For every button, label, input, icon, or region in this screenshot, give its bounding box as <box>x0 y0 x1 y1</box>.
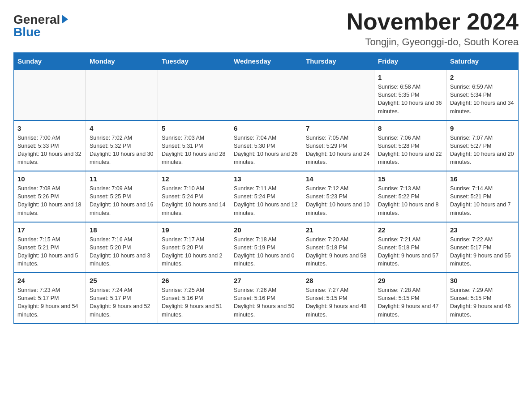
calendar-cell: 10Sunrise: 7:08 AMSunset: 5:26 PMDayligh… <box>14 171 86 222</box>
calendar-week-row: 3Sunrise: 7:00 AMSunset: 5:33 PMDaylight… <box>14 120 519 171</box>
day-info: Sunrise: 7:17 AMSunset: 5:20 PMDaylight:… <box>162 235 226 268</box>
day-number: 10 <box>17 175 82 183</box>
calendar-cell: 28Sunrise: 7:27 AMSunset: 5:15 PMDayligh… <box>302 273 374 324</box>
day-info: Sunrise: 7:03 AMSunset: 5:31 PMDaylight:… <box>162 134 226 167</box>
calendar-cell: 4Sunrise: 7:02 AMSunset: 5:32 PMDaylight… <box>86 120 158 171</box>
day-number: 11 <box>90 175 154 183</box>
location-subtitle: Tongjin, Gyeonggi-do, South Korea <box>347 36 519 48</box>
day-number: 22 <box>378 226 442 234</box>
calendar-cell: 13Sunrise: 7:11 AMSunset: 5:24 PMDayligh… <box>230 171 302 222</box>
header: General Blue November 2024 Tongjin, Gyeo… <box>13 9 519 48</box>
day-number: 3 <box>17 124 82 132</box>
calendar-cell: 26Sunrise: 7:25 AMSunset: 5:16 PMDayligh… <box>158 273 230 324</box>
day-info: Sunrise: 7:26 AMSunset: 5:16 PMDaylight:… <box>234 286 298 319</box>
calendar-cell: 18Sunrise: 7:16 AMSunset: 5:20 PMDayligh… <box>86 222 158 273</box>
day-number: 29 <box>378 277 442 284</box>
day-info: Sunrise: 7:14 AMSunset: 5:21 PMDaylight:… <box>450 184 515 217</box>
weekday-header-wednesday: Wednesday <box>230 53 302 70</box>
day-number: 6 <box>234 124 298 132</box>
day-number: 8 <box>378 124 442 132</box>
calendar-cell: 23Sunrise: 7:22 AMSunset: 5:17 PMDayligh… <box>446 222 519 273</box>
day-number: 25 <box>90 277 154 284</box>
day-number: 24 <box>17 277 82 284</box>
day-info: Sunrise: 7:07 AMSunset: 5:27 PMDaylight:… <box>450 134 515 167</box>
calendar-cell: 27Sunrise: 7:26 AMSunset: 5:16 PMDayligh… <box>230 273 302 324</box>
day-number: 14 <box>306 175 370 183</box>
calendar-week-row: 10Sunrise: 7:08 AMSunset: 5:26 PMDayligh… <box>14 171 519 222</box>
day-number: 15 <box>378 175 442 183</box>
day-info: Sunrise: 7:16 AMSunset: 5:20 PMDaylight:… <box>90 235 154 268</box>
calendar-cell: 21Sunrise: 7:20 AMSunset: 5:18 PMDayligh… <box>302 222 374 273</box>
day-number: 23 <box>450 226 515 234</box>
day-info: Sunrise: 7:11 AMSunset: 5:24 PMDaylight:… <box>234 184 298 217</box>
day-info: Sunrise: 7:29 AMSunset: 5:15 PMDaylight:… <box>450 286 515 319</box>
day-info: Sunrise: 7:10 AMSunset: 5:24 PMDaylight:… <box>162 184 226 217</box>
calendar-cell: 3Sunrise: 7:00 AMSunset: 5:33 PMDaylight… <box>14 120 86 171</box>
day-number: 20 <box>234 226 298 234</box>
calendar-cell: 6Sunrise: 7:04 AMSunset: 5:30 PMDaylight… <box>230 120 302 171</box>
day-number: 9 <box>450 124 515 132</box>
calendar-table: SundayMondayTuesdayWednesdayThursdayFrid… <box>13 52 519 324</box>
weekday-header-monday: Monday <box>86 53 158 70</box>
day-number: 2 <box>450 73 515 81</box>
title-area: November 2024 Tongjin, Gyeonggi-do, Sout… <box>347 9 519 48</box>
day-info: Sunrise: 7:00 AMSunset: 5:33 PMDaylight:… <box>17 134 82 167</box>
day-info: Sunrise: 7:24 AMSunset: 5:17 PMDaylight:… <box>90 286 154 319</box>
logo-blue-text: Blue <box>13 26 41 39</box>
calendar-cell: 12Sunrise: 7:10 AMSunset: 5:24 PMDayligh… <box>158 171 230 222</box>
calendar-week-row: 24Sunrise: 7:23 AMSunset: 5:17 PMDayligh… <box>14 273 519 324</box>
calendar-cell: 9Sunrise: 7:07 AMSunset: 5:27 PMDaylight… <box>446 120 519 171</box>
day-number: 21 <box>306 226 370 234</box>
calendar-cell: 8Sunrise: 7:06 AMSunset: 5:28 PMDaylight… <box>374 120 446 171</box>
day-info: Sunrise: 7:12 AMSunset: 5:23 PMDaylight:… <box>306 184 370 217</box>
day-info: Sunrise: 7:02 AMSunset: 5:32 PMDaylight:… <box>90 134 154 167</box>
calendar-week-row: 1Sunrise: 6:58 AMSunset: 5:35 PMDaylight… <box>14 70 519 120</box>
calendar-cell: 30Sunrise: 7:29 AMSunset: 5:15 PMDayligh… <box>446 273 519 324</box>
calendar-cell: 1Sunrise: 6:58 AMSunset: 5:35 PMDaylight… <box>374 70 446 120</box>
calendar-cell <box>86 70 158 120</box>
weekday-header-thursday: Thursday <box>302 53 374 70</box>
logo-triangle-icon <box>62 15 68 24</box>
day-info: Sunrise: 7:22 AMSunset: 5:17 PMDaylight:… <box>450 235 515 268</box>
logo: General Blue <box>13 13 68 39</box>
calendar-cell <box>14 70 86 120</box>
weekday-header-saturday: Saturday <box>446 53 519 70</box>
calendar-cell <box>302 70 374 120</box>
calendar-cell: 25Sunrise: 7:24 AMSunset: 5:17 PMDayligh… <box>86 273 158 324</box>
day-info: Sunrise: 7:28 AMSunset: 5:15 PMDaylight:… <box>378 286 442 319</box>
calendar-cell: 19Sunrise: 7:17 AMSunset: 5:20 PMDayligh… <box>158 222 230 273</box>
calendar-cell: 16Sunrise: 7:14 AMSunset: 5:21 PMDayligh… <box>446 171 519 222</box>
day-number: 17 <box>17 226 82 234</box>
day-info: Sunrise: 6:58 AMSunset: 5:35 PMDaylight:… <box>378 83 442 116</box>
day-number: 5 <box>162 124 226 132</box>
day-info: Sunrise: 7:09 AMSunset: 5:25 PMDaylight:… <box>90 184 154 217</box>
calendar-cell: 2Sunrise: 6:59 AMSunset: 5:34 PMDaylight… <box>446 70 519 120</box>
calendar-week-row: 17Sunrise: 7:15 AMSunset: 5:21 PMDayligh… <box>14 222 519 273</box>
day-number: 18 <box>90 226 154 234</box>
weekday-header-friday: Friday <box>374 53 446 70</box>
calendar-cell <box>158 70 230 120</box>
day-number: 7 <box>306 124 370 132</box>
day-info: Sunrise: 7:06 AMSunset: 5:28 PMDaylight:… <box>378 134 442 167</box>
calendar-cell: 22Sunrise: 7:21 AMSunset: 5:18 PMDayligh… <box>374 222 446 273</box>
weekday-header-tuesday: Tuesday <box>158 53 230 70</box>
day-info: Sunrise: 7:04 AMSunset: 5:30 PMDaylight:… <box>234 134 298 167</box>
day-number: 30 <box>450 277 515 284</box>
page-title: November 2024 <box>347 9 519 34</box>
day-number: 12 <box>162 175 226 183</box>
calendar-cell: 5Sunrise: 7:03 AMSunset: 5:31 PMDaylight… <box>158 120 230 171</box>
day-info: Sunrise: 7:20 AMSunset: 5:18 PMDaylight:… <box>306 235 370 268</box>
calendar-cell: 14Sunrise: 7:12 AMSunset: 5:23 PMDayligh… <box>302 171 374 222</box>
day-info: Sunrise: 7:25 AMSunset: 5:16 PMDaylight:… <box>162 286 226 319</box>
day-info: Sunrise: 7:15 AMSunset: 5:21 PMDaylight:… <box>17 235 82 268</box>
day-number: 1 <box>378 73 442 81</box>
day-info: Sunrise: 7:05 AMSunset: 5:29 PMDaylight:… <box>306 134 370 167</box>
calendar-cell: 20Sunrise: 7:18 AMSunset: 5:19 PMDayligh… <box>230 222 302 273</box>
calendar-header-row: SundayMondayTuesdayWednesdayThursdayFrid… <box>14 53 519 70</box>
calendar-cell: 7Sunrise: 7:05 AMSunset: 5:29 PMDaylight… <box>302 120 374 171</box>
day-number: 28 <box>306 277 370 284</box>
day-info: Sunrise: 7:08 AMSunset: 5:26 PMDaylight:… <box>17 184 82 217</box>
day-info: Sunrise: 7:21 AMSunset: 5:18 PMDaylight:… <box>378 235 442 268</box>
day-number: 27 <box>234 277 298 284</box>
day-info: Sunrise: 6:59 AMSunset: 5:34 PMDaylight:… <box>450 83 515 116</box>
